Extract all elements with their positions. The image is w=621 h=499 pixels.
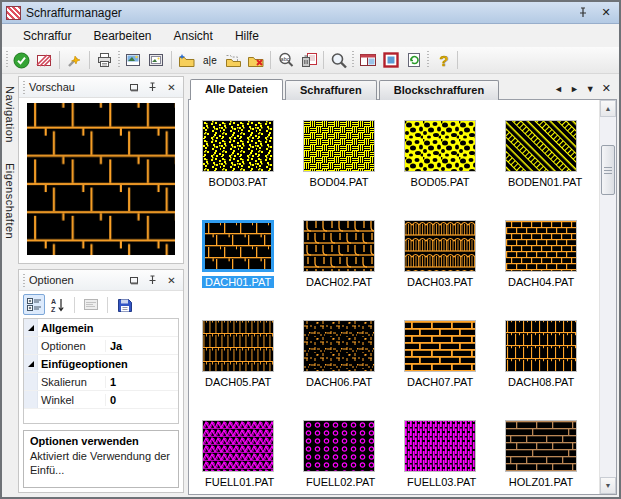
pattern-thumbnail[interactable] (202, 120, 274, 172)
delete-folder-button[interactable] (244, 49, 267, 72)
vertical-scrollbar[interactable]: ▲ ▼ (599, 100, 616, 494)
pattern-thumbnail[interactable] (505, 220, 577, 272)
pattern-item[interactable]: DACH06.PAT (303, 320, 375, 390)
pattern-item[interactable]: DACH01.PAT (202, 220, 274, 290)
pattern-item[interactable]: BODEN01.PAT (505, 120, 577, 190)
delete-file-button[interactable] (297, 49, 320, 72)
property-category-row[interactable]: Allgemein (24, 319, 178, 337)
sidebar-tab-navigation[interactable]: Navigation (3, 80, 17, 149)
pattern-thumbnail[interactable] (202, 220, 274, 272)
zoom-button[interactable] (327, 49, 350, 72)
pin-panel-button[interactable] (145, 273, 160, 287)
categorized-view-button[interactable] (23, 294, 45, 315)
pattern-label[interactable]: FUELL02.PAT (303, 476, 378, 488)
menu-hilfe[interactable]: Hilfe (224, 26, 270, 46)
pattern-label[interactable]: BODEN01.PAT (505, 176, 585, 188)
pattern-label[interactable]: BOD03.PAT (206, 176, 271, 188)
tab-close-button[interactable]: ✕ (602, 82, 611, 95)
find-button[interactable]: abc (274, 49, 297, 72)
collapse-triangle-icon[interactable] (28, 325, 34, 331)
scroll-down-button[interactable]: ▼ (600, 477, 616, 494)
float-window-button[interactable] (126, 273, 141, 287)
pattern-thumbnail[interactable] (404, 220, 476, 272)
view-details-button[interactable] (145, 49, 168, 72)
pattern-thumbnail[interactable] (404, 320, 476, 372)
pattern-item[interactable]: DACH05.PAT (202, 320, 274, 390)
tab-alle-dateien[interactable]: Alle Dateien (190, 79, 283, 100)
print-button[interactable] (93, 49, 116, 72)
tab-scroll-right-button[interactable]: ► (570, 84, 579, 94)
pattern-item[interactable]: DACH07.PAT (404, 320, 476, 390)
pattern-item[interactable]: DACH03.PAT (404, 220, 476, 290)
float-window-button[interactable] (126, 80, 141, 94)
pattern-item[interactable]: FUELL01.PAT (202, 420, 274, 490)
sidebar-tab-eigenschaften[interactable]: Eigenschaften (3, 157, 17, 245)
property-row[interactable]: Optionen Ja (24, 337, 178, 355)
pattern-label[interactable]: DACH05.PAT (202, 376, 274, 388)
toolbar-grip[interactable] (6, 51, 8, 69)
wand-button[interactable] (63, 49, 86, 72)
scrollbar-thumb[interactable] (601, 145, 615, 195)
pattern-item[interactable]: DACH08.PAT (505, 320, 577, 390)
apply-button[interactable] (10, 49, 33, 72)
pattern-item[interactable]: BOD04.PAT (303, 120, 375, 190)
pattern-label[interactable]: FUELL03.PAT (404, 476, 479, 488)
panel-grip[interactable] (23, 274, 25, 287)
pattern-item[interactable]: FUELL02.PAT (303, 420, 375, 490)
save-button[interactable] (113, 294, 135, 315)
pattern-item[interactable]: DACH02.PAT (303, 220, 375, 290)
pattern-label[interactable]: HOLZ01.PAT (506, 476, 576, 488)
toolbar-grip[interactable] (427, 51, 429, 69)
pin-panel-button[interactable] (145, 80, 160, 94)
toolbar-grip[interactable] (352, 51, 354, 69)
help-button[interactable]: ? (431, 49, 454, 72)
pattern-thumbnail[interactable] (303, 220, 375, 272)
pattern-label[interactable]: DACH06.PAT (303, 376, 375, 388)
close-panel-button[interactable]: ✕ (164, 273, 179, 287)
scroll-up-button[interactable]: ▲ (600, 100, 616, 117)
pattern-label[interactable]: DACH04.PAT (505, 276, 577, 288)
pattern-thumbnail[interactable] (505, 120, 577, 172)
pattern-label[interactable]: DACH02.PAT (303, 276, 375, 288)
pattern-thumbnail[interactable] (303, 120, 375, 172)
view-large-icons-button[interactable] (122, 49, 145, 72)
toggle-preview-pane-button[interactable] (356, 49, 379, 72)
toggle-thumbnail-view-button[interactable] (379, 49, 402, 72)
pattern-item[interactable]: HOLZ01.PAT (505, 420, 577, 490)
pattern-thumbnail[interactable] (202, 320, 274, 372)
pattern-item[interactable]: DACH04.PAT (505, 220, 577, 290)
pattern-thumbnail[interactable] (404, 120, 476, 172)
menu-ansicht[interactable]: Ansicht (163, 26, 224, 46)
copy-to-folder-button[interactable] (221, 49, 244, 72)
pattern-label[interactable]: BOD04.PAT (307, 176, 372, 188)
scrollbar-track[interactable] (600, 117, 616, 477)
pattern-label[interactable]: DACH03.PAT (404, 276, 476, 288)
tab-blockschraffuren[interactable]: Blockschraffuren (379, 80, 499, 100)
pattern-thumbnail[interactable] (303, 320, 375, 372)
menu-schraffur[interactable]: Schraffur (12, 26, 82, 46)
pattern-label[interactable]: DACH07.PAT (404, 376, 476, 388)
refresh-button[interactable] (402, 49, 425, 72)
rename-button[interactable]: a|e (198, 49, 221, 72)
pattern-item[interactable]: BOD03.PAT (202, 120, 274, 190)
tab-schraffuren[interactable]: Schraffuren (285, 80, 377, 100)
close-button[interactable]: ✕ (597, 5, 615, 21)
property-pages-button[interactable] (80, 294, 102, 315)
pattern-item[interactable]: FUELL03.PAT (404, 420, 476, 490)
property-row[interactable]: Skalierun 1 (24, 373, 178, 391)
panel-grip[interactable] (23, 81, 25, 94)
hatch-button[interactable] (33, 49, 56, 72)
pattern-label[interactable]: DACH08.PAT (505, 376, 577, 388)
collapse-triangle-icon[interactable] (28, 361, 34, 367)
close-panel-button[interactable]: ✕ (164, 80, 179, 94)
pattern-thumbnail[interactable] (505, 420, 577, 472)
pattern-item[interactable]: BOD05.PAT (404, 120, 476, 190)
property-category-row[interactable]: Einfügeoptionen (24, 355, 178, 373)
pattern-label[interactable]: DACH01.PAT (202, 276, 274, 288)
pin-button[interactable] (574, 5, 592, 21)
new-folder-button[interactable] (175, 49, 198, 72)
pattern-label[interactable]: FUELL01.PAT (202, 476, 277, 488)
alphabetical-sort-button[interactable]: AZ (47, 294, 69, 315)
pattern-thumbnail[interactable] (303, 420, 375, 472)
pattern-thumbnail[interactable] (404, 420, 476, 472)
